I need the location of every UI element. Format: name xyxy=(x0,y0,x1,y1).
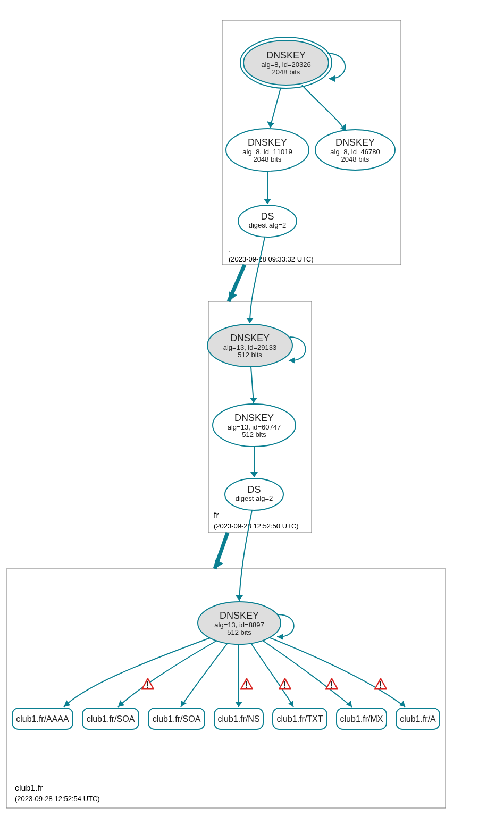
zone-club1-label: club1.fr xyxy=(15,784,43,793)
svg-text:club1.fr/NS: club1.fr/NS xyxy=(217,714,259,723)
svg-marker-26 xyxy=(289,357,295,364)
svg-marker-59 xyxy=(181,701,187,707)
svg-text:DNSKEY: DNSKEY xyxy=(335,137,375,148)
svg-text:club1.fr/TXT: club1.fr/TXT xyxy=(276,714,323,723)
svg-text:alg=8, id=11019: alg=8, id=11019 xyxy=(242,148,292,156)
svg-marker-21 xyxy=(246,318,254,323)
svg-text:DNSKEY: DNSKEY xyxy=(248,137,287,148)
svg-text:DS: DS xyxy=(247,484,261,495)
rr-ns: club1.fr/NS xyxy=(214,708,263,729)
svg-text:club1.fr/SOA: club1.fr/SOA xyxy=(87,714,135,723)
rr-soa2: club1.fr/SOA xyxy=(148,708,205,729)
warning-icon: ! xyxy=(374,678,387,689)
warning-icon: ! xyxy=(325,678,338,689)
node-root-zsk2: DNSKEY alg=8, id=46780 2048 bits xyxy=(315,130,395,170)
rr-a: club1.fr/A xyxy=(396,708,440,729)
edge-ksk-soa2 xyxy=(181,643,228,707)
svg-marker-19 xyxy=(264,199,271,204)
svg-text:DNSKEY: DNSKEY xyxy=(230,333,270,343)
edge-root-ds-fr-ksk xyxy=(250,237,265,323)
zone-fr-sub: (2023-09-28 12:52:50 UTC) xyxy=(214,522,299,530)
edge-root-ksk-zsk2 xyxy=(302,85,346,131)
svg-text:club1.fr/MX: club1.fr/MX xyxy=(340,714,383,723)
svg-text:2048 bits: 2048 bits xyxy=(341,155,369,163)
svg-marker-60 xyxy=(235,702,242,707)
edge-root-ksk-zsk1 xyxy=(270,88,281,128)
svg-text:DNSKEY: DNSKEY xyxy=(234,412,274,423)
rr-soa1: club1.fr/SOA xyxy=(82,708,139,729)
svg-text:digest alg=2: digest alg=2 xyxy=(249,221,286,229)
svg-text:!: ! xyxy=(146,680,149,689)
edge-ksk-a xyxy=(270,638,405,707)
svg-marker-62 xyxy=(346,701,352,707)
dnssec-diagram: . (2023-09-28 09:33:32 UTC) fr (2023-09-… xyxy=(0,0,504,825)
svg-text:512 bits: 512 bits xyxy=(238,351,262,359)
svg-text:digest alg=2: digest alg=2 xyxy=(236,494,273,502)
node-fr-zsk: DNSKEY alg=13, id=60747 512 bits xyxy=(213,404,296,447)
svg-text:alg=13, id=60747: alg=13, id=60747 xyxy=(228,423,281,431)
rr-mx: club1.fr/MX xyxy=(337,708,387,729)
svg-marker-58 xyxy=(118,700,124,707)
svg-text:!: ! xyxy=(283,680,286,689)
svg-text:2048 bits: 2048 bits xyxy=(272,68,300,76)
node-fr-ksk: DNSKEY alg=13, id=29133 512 bits xyxy=(207,324,292,367)
svg-text:512 bits: 512 bits xyxy=(227,628,251,636)
warning-icon: ! xyxy=(240,678,253,689)
svg-marker-34 xyxy=(250,398,257,403)
zone-fr-label: fr xyxy=(214,511,219,520)
svg-text:DNSKEY: DNSKEY xyxy=(220,610,259,621)
edge-ksk-txt xyxy=(251,643,293,707)
rr-aaaa: club1.fr/AAAA xyxy=(12,708,73,729)
node-fr-ds: DS digest alg=2 xyxy=(225,478,283,510)
svg-text:alg=13, id=8897: alg=13, id=8897 xyxy=(214,621,264,629)
svg-text:2048 bits: 2048 bits xyxy=(254,155,282,163)
svg-text:alg=8, id=46780: alg=8, id=46780 xyxy=(330,148,380,156)
svg-text:!: ! xyxy=(379,680,382,689)
svg-text:!: ! xyxy=(330,680,333,689)
node-root-ds: DS digest alg=2 xyxy=(238,205,297,237)
node-club1-ksk: DNSKEY alg=13, id=8897 512 bits xyxy=(198,602,281,644)
svg-text:club1.fr/A: club1.fr/A xyxy=(400,714,436,723)
warning-icon: ! xyxy=(141,678,154,689)
rr-txt: club1.fr/TXT xyxy=(273,708,327,729)
svg-text:alg=8, id=20326: alg=8, id=20326 xyxy=(261,61,310,69)
zone-club1-sub: (2023-09-28 12:52:54 UTC) xyxy=(15,795,100,803)
edge-root-ksk-self xyxy=(327,53,345,79)
node-root-ksk: DNSKEY alg=8, id=20326 2048 bits xyxy=(240,37,332,88)
svg-text:DNSKEY: DNSKEY xyxy=(266,50,306,61)
node-root-zsk1: DNSKEY alg=8, id=11019 2048 bits xyxy=(226,129,309,171)
svg-marker-57 xyxy=(64,700,70,707)
svg-marker-17 xyxy=(267,121,274,128)
svg-text:alg=13, id=29133: alg=13, id=29133 xyxy=(223,343,276,351)
svg-marker-42 xyxy=(277,634,283,640)
svg-text:DS: DS xyxy=(261,211,274,222)
svg-marker-35 xyxy=(250,472,258,477)
zone-root-label: . xyxy=(229,245,231,254)
edge-ksk-soa1 xyxy=(118,641,217,707)
svg-text:club1.fr/AAAA: club1.fr/AAAA xyxy=(16,714,69,723)
svg-text:512 bits: 512 bits xyxy=(242,431,266,439)
zone-root-sub: (2023-09-28 09:33:32 UTC) xyxy=(229,255,314,263)
edge-fr-ksk-zsk xyxy=(251,367,254,403)
svg-text:!: ! xyxy=(245,680,248,689)
svg-text:club1.fr/SOA: club1.fr/SOA xyxy=(153,714,201,723)
warning-icon: ! xyxy=(279,678,291,689)
svg-marker-37 xyxy=(236,595,243,601)
svg-marker-5 xyxy=(329,75,335,82)
edge-ksk-mx xyxy=(263,641,352,707)
